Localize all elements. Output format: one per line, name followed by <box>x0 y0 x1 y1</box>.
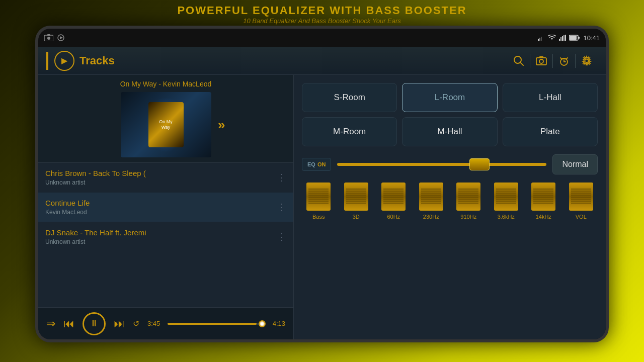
status-left <box>44 34 64 41</box>
track-item[interactable]: Continue Life Kevin MacLeod ⋮ <box>38 193 293 222</box>
status-right: 10:41 <box>538 34 600 42</box>
svg-rect-10 <box>562 36 563 41</box>
track-menu-button[interactable]: ⋮ <box>277 202 286 213</box>
track-info: Continue Life Kevin MacLeod <box>45 199 277 216</box>
reverb-mhall-button[interactable]: M-Hall <box>402 117 497 146</box>
eq-band-910hz: 910Hz <box>452 183 486 220</box>
svg-rect-18 <box>536 58 546 65</box>
reverb-lhall-button[interactable]: L-Hall <box>503 83 598 112</box>
band-slider-230hz[interactable] <box>419 183 443 211</box>
band-label-910hz: 910Hz <box>460 214 476 220</box>
pause-button[interactable]: ⏸ <box>83 312 106 335</box>
band-label-60hz: 60Hz <box>387 214 400 220</box>
svg-marker-4 <box>60 36 63 39</box>
eq-master-slider[interactable] <box>337 158 546 170</box>
forward-arrows[interactable]: » <box>218 117 225 133</box>
settings-button[interactable] <box>576 50 598 72</box>
track-info: Chris Brown - Back To Sleep ( Unknown ar… <box>45 169 277 186</box>
battery-icon <box>569 35 580 41</box>
progress-section: 3:45 4:13 <box>147 320 285 327</box>
eq-slider-track <box>337 163 546 166</box>
band-slider-60hz[interactable] <box>381 183 406 211</box>
track-item[interactable]: Chris Brown - Back To Sleep ( Unknown ar… <box>38 163 293 193</box>
track-name: Continue Life <box>45 199 277 207</box>
progress-bar[interactable] <box>168 323 265 325</box>
band-label-bass: Bass <box>312 214 325 220</box>
alarm-button[interactable] <box>553 50 575 72</box>
band-slider-36khz[interactable] <box>494 183 518 211</box>
eq-on-label: ON <box>317 161 326 167</box>
track-menu-button[interactable]: ⋮ <box>277 172 286 183</box>
band-label-14khz: 14kHz <box>536 214 551 220</box>
eq-on-badge[interactable]: EQ ON <box>302 158 331 171</box>
track-name: Chris Brown - Back To Sleep ( <box>45 169 277 177</box>
track-name: DJ Snake - The Half ft. Jeremi <box>45 228 277 237</box>
reverb-lroom-button[interactable]: L-Room <box>402 83 497 112</box>
status-bar: 10:41 <box>38 29 606 47</box>
band-label-230hz: 230Hz <box>423 214 439 220</box>
band-label-3d: 3D <box>353 214 360 220</box>
search-button[interactable] <box>508 50 530 72</box>
play-header-icon[interactable] <box>54 51 74 71</box>
track-menu-button[interactable]: ⋮ <box>277 231 286 242</box>
eq-preset-normal[interactable]: Normal <box>552 154 598 174</box>
band-slider-14khz[interactable] <box>531 183 555 211</box>
band-label-vol: VOL <box>576 214 587 220</box>
eq-slider-thumb <box>469 158 490 170</box>
band-slider-3d[interactable] <box>344 183 368 211</box>
band-slider-vol[interactable] <box>569 183 593 211</box>
photo-button[interactable] <box>530 50 552 72</box>
track-info: DJ Snake - The Half ft. Jeremi Unknown a… <box>45 228 277 245</box>
reverb-plate-button[interactable]: Plate <box>503 117 598 146</box>
svg-rect-2 <box>47 34 50 36</box>
album-art: On MyWay <box>121 92 211 157</box>
right-panel: S-Room L-Room L-Hall M-Room M-Hall Plate… <box>294 75 606 339</box>
time-display: 10:41 <box>583 34 600 42</box>
eq-label: EQ <box>307 161 315 167</box>
svg-point-26 <box>585 59 589 62</box>
now-playing-title: On My Way - Kevin MacLeod <box>120 80 212 88</box>
prev-button[interactable]: ⏮ <box>63 317 74 330</box>
eq-band-60hz: 60Hz <box>377 183 411 220</box>
next-button[interactable]: ⏭ <box>114 317 125 330</box>
svg-rect-11 <box>564 35 565 41</box>
left-border-accent <box>46 52 48 70</box>
svg-point-19 <box>539 59 543 63</box>
wifi-icon <box>548 35 556 41</box>
svg-rect-8 <box>559 39 560 41</box>
tablet-frame: 10:41 Tracks <box>35 26 609 342</box>
shuffle-button[interactable]: ⇒ <box>46 317 55 330</box>
svg-line-17 <box>520 62 523 65</box>
band-slider-bass[interactable] <box>306 183 331 211</box>
svg-line-25 <box>566 58 568 59</box>
eq-bands: Bass 3D 60Hz 230Hz <box>302 183 598 220</box>
now-playing-section: On My Way - Kevin MacLeod On MyWay <box>38 75 293 163</box>
eq-controls: EQ ON Normal <box>302 154 598 174</box>
main-content: On My Way - Kevin MacLeod On MyWay <box>38 75 606 339</box>
left-panel: On My Way - Kevin MacLeod On MyWay <box>38 75 294 339</box>
photo-status-icon <box>44 34 53 41</box>
page-title: Tracks <box>79 54 508 67</box>
eq-band-bass: Bass <box>302 183 336 220</box>
band-slider-910hz[interactable] <box>456 183 480 211</box>
track-artist: Kevin MacLeod <box>45 209 277 216</box>
signal-bars-icon <box>559 35 566 41</box>
svg-line-24 <box>560 58 562 59</box>
banner-subtitle: 10 Band Equalizer And Bass Booster Shock… <box>0 17 644 25</box>
reverb-grid: S-Room L-Room L-Hall M-Room M-Hall Plate <box>302 83 598 146</box>
eq-band-230hz: 230Hz <box>415 183 448 220</box>
svg-rect-14 <box>570 36 577 40</box>
eq-band-vol: VOL <box>565 183 598 220</box>
eq-band-36khz: 3.6kHz <box>490 183 523 220</box>
repeat-button[interactable]: ↺ <box>133 319 139 328</box>
progress-thumb <box>259 320 266 327</box>
svg-point-1 <box>47 37 50 40</box>
now-playing-info: On My Way - Kevin MacLeod On MyWay <box>43 80 288 157</box>
reverb-sroom-button[interactable]: S-Room <box>302 83 397 112</box>
side-bump-right <box>606 129 609 154</box>
toolbar-icons <box>508 50 598 72</box>
reverb-mroom-button[interactable]: M-Room <box>302 117 397 146</box>
eq-band-3d: 3D <box>340 183 373 220</box>
track-item[interactable]: DJ Snake - The Half ft. Jeremi Unknown a… <box>38 222 293 252</box>
svg-rect-15 <box>578 37 580 39</box>
